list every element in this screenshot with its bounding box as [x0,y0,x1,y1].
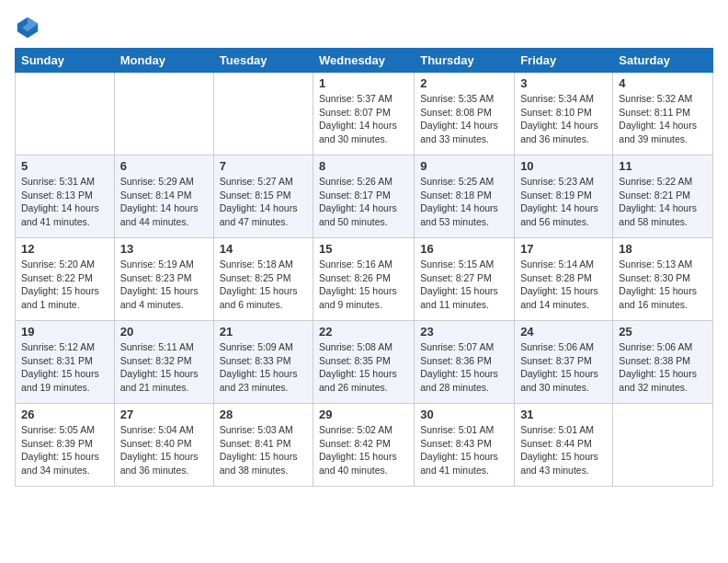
day-number: 12 [21,242,108,256]
calendar-cell [16,73,115,155]
calendar-cell: 14Sunrise: 5:18 AMSunset: 8:25 PMDayligh… [213,238,313,321]
day-info: Sunrise: 5:15 AMSunset: 8:27 PMDaylight:… [420,258,508,312]
day-info: Sunrise: 5:29 AMSunset: 8:14 PMDaylight:… [120,175,208,229]
day-info: Sunrise: 5:01 AMSunset: 8:44 PMDaylight:… [520,423,607,477]
logo [15,15,44,40]
calendar-cell: 17Sunrise: 5:14 AMSunset: 8:28 PMDayligh… [515,238,613,321]
calendar-cell [213,73,313,155]
calendar-cell: 29Sunrise: 5:02 AMSunset: 8:42 PMDayligh… [313,404,415,487]
day-number: 10 [520,159,607,173]
calendar-week-3: 12Sunrise: 5:20 AMSunset: 8:22 PMDayligh… [16,238,713,321]
calendar-cell: 30Sunrise: 5:01 AMSunset: 8:43 PMDayligh… [415,404,515,487]
calendar-cell: 11Sunrise: 5:22 AMSunset: 8:21 PMDayligh… [613,155,713,238]
day-number: 20 [120,325,208,339]
day-info: Sunrise: 5:34 AMSunset: 8:10 PMDaylight:… [520,92,607,146]
day-number: 15 [319,242,408,256]
calendar-cell: 10Sunrise: 5:23 AMSunset: 8:19 PMDayligh… [515,155,613,238]
calendar-cell [114,73,213,155]
day-number: 19 [21,325,108,339]
calendar-cell: 5Sunrise: 5:31 AMSunset: 8:13 PMDaylight… [16,155,115,238]
day-info: Sunrise: 5:11 AMSunset: 8:32 PMDaylight:… [120,340,208,395]
day-info: Sunrise: 5:13 AMSunset: 8:30 PMDaylight:… [619,258,707,312]
calendar-cell: 16Sunrise: 5:15 AMSunset: 8:27 PMDayligh… [415,238,515,321]
day-number: 3 [520,76,607,90]
day-number: 4 [619,76,707,90]
day-number: 9 [420,159,508,173]
day-number: 1 [319,76,408,90]
page-header [15,15,713,40]
day-info: Sunrise: 5:06 AMSunset: 8:37 PMDaylight:… [520,340,607,395]
day-number: 5 [21,159,108,173]
calendar-cell: 26Sunrise: 5:05 AMSunset: 8:39 PMDayligh… [16,404,115,487]
day-info: Sunrise: 5:23 AMSunset: 8:19 PMDaylight:… [520,175,607,229]
calendar-cell: 12Sunrise: 5:20 AMSunset: 8:22 PMDayligh… [16,238,115,321]
day-number: 6 [120,159,208,173]
calendar-cell: 2Sunrise: 5:35 AMSunset: 8:08 PMDaylight… [415,73,515,155]
weekday-header-saturday: Saturday [613,49,713,73]
weekday-header-tuesday: Tuesday [213,49,313,73]
calendar-cell: 8Sunrise: 5:26 AMSunset: 8:17 PMDaylight… [313,155,415,238]
calendar-cell: 20Sunrise: 5:11 AMSunset: 8:32 PMDayligh… [114,321,213,404]
calendar-cell: 19Sunrise: 5:12 AMSunset: 8:31 PMDayligh… [16,321,115,404]
day-info: Sunrise: 5:06 AMSunset: 8:38 PMDaylight:… [619,340,707,395]
weekday-header-monday: Monday [114,49,213,73]
day-info: Sunrise: 5:08 AMSunset: 8:35 PMDaylight:… [319,340,408,395]
calendar-cell: 6Sunrise: 5:29 AMSunset: 8:14 PMDaylight… [114,155,213,238]
calendar-cell: 3Sunrise: 5:34 AMSunset: 8:10 PMDaylight… [515,73,613,155]
day-number: 28 [220,408,307,421]
day-number: 23 [420,325,508,339]
day-number: 17 [520,242,607,256]
calendar-cell: 24Sunrise: 5:06 AMSunset: 8:37 PMDayligh… [515,321,613,404]
day-info: Sunrise: 5:22 AMSunset: 8:21 PMDaylight:… [619,175,707,229]
day-info: Sunrise: 5:18 AMSunset: 8:25 PMDaylight:… [220,258,307,312]
day-info: Sunrise: 5:32 AMSunset: 8:11 PMDaylight:… [619,92,707,146]
calendar-cell: 15Sunrise: 5:16 AMSunset: 8:26 PMDayligh… [313,238,415,321]
day-info: Sunrise: 5:20 AMSunset: 8:22 PMDaylight:… [21,258,108,312]
day-info: Sunrise: 5:19 AMSunset: 8:23 PMDaylight:… [120,258,208,312]
day-info: Sunrise: 5:25 AMSunset: 8:18 PMDaylight:… [420,175,508,229]
weekday-header-thursday: Thursday [415,49,515,73]
day-number: 7 [220,159,307,173]
day-info: Sunrise: 5:35 AMSunset: 8:08 PMDaylight:… [420,92,508,146]
day-number: 30 [420,408,508,421]
calendar-cell: 21Sunrise: 5:09 AMSunset: 8:33 PMDayligh… [213,321,313,404]
day-info: Sunrise: 5:07 AMSunset: 8:36 PMDaylight:… [420,340,508,395]
day-number: 13 [120,242,208,256]
calendar-week-1: 1Sunrise: 5:37 AMSunset: 8:07 PMDaylight… [16,73,713,155]
logo-icon [15,15,40,40]
day-number: 26 [21,408,108,421]
day-info: Sunrise: 5:14 AMSunset: 8:28 PMDaylight:… [520,258,607,312]
day-info: Sunrise: 5:02 AMSunset: 8:42 PMDaylight:… [319,423,408,477]
weekday-header-friday: Friday [515,49,613,73]
day-number: 18 [619,242,707,256]
day-number: 2 [420,76,508,90]
day-number: 22 [319,325,408,339]
calendar-cell: 31Sunrise: 5:01 AMSunset: 8:44 PMDayligh… [515,404,613,487]
calendar-cell: 4Sunrise: 5:32 AMSunset: 8:11 PMDaylight… [613,73,713,155]
day-info: Sunrise: 5:05 AMSunset: 8:39 PMDaylight:… [21,423,108,477]
calendar-week-4: 19Sunrise: 5:12 AMSunset: 8:31 PMDayligh… [16,321,713,404]
day-info: Sunrise: 5:16 AMSunset: 8:26 PMDaylight:… [319,258,408,312]
calendar-cell: 28Sunrise: 5:03 AMSunset: 8:41 PMDayligh… [213,404,313,487]
day-number: 24 [520,325,607,339]
day-number: 21 [220,325,307,339]
day-number: 29 [319,408,408,421]
weekday-header-sunday: Sunday [16,49,115,73]
day-info: Sunrise: 5:09 AMSunset: 8:33 PMDaylight:… [220,340,307,395]
calendar-cell: 23Sunrise: 5:07 AMSunset: 8:36 PMDayligh… [415,321,515,404]
day-number: 25 [619,325,707,339]
day-info: Sunrise: 5:26 AMSunset: 8:17 PMDaylight:… [319,175,408,229]
day-info: Sunrise: 5:04 AMSunset: 8:40 PMDaylight:… [120,423,208,477]
calendar-cell: 27Sunrise: 5:04 AMSunset: 8:40 PMDayligh… [114,404,213,487]
calendar-cell: 22Sunrise: 5:08 AMSunset: 8:35 PMDayligh… [313,321,415,404]
day-info: Sunrise: 5:03 AMSunset: 8:41 PMDaylight:… [220,423,307,477]
calendar-cell: 1Sunrise: 5:37 AMSunset: 8:07 PMDaylight… [313,73,415,155]
day-info: Sunrise: 5:27 AMSunset: 8:15 PMDaylight:… [220,175,307,229]
day-number: 31 [520,408,607,421]
day-number: 14 [220,242,307,256]
weekday-header-wednesday: Wednesday [313,49,415,73]
calendar-cell [613,404,713,487]
calendar-table: SundayMondayTuesdayWednesdayThursdayFrid… [15,48,713,487]
calendar-cell: 13Sunrise: 5:19 AMSunset: 8:23 PMDayligh… [114,238,213,321]
calendar-week-5: 26Sunrise: 5:05 AMSunset: 8:39 PMDayligh… [16,404,713,487]
